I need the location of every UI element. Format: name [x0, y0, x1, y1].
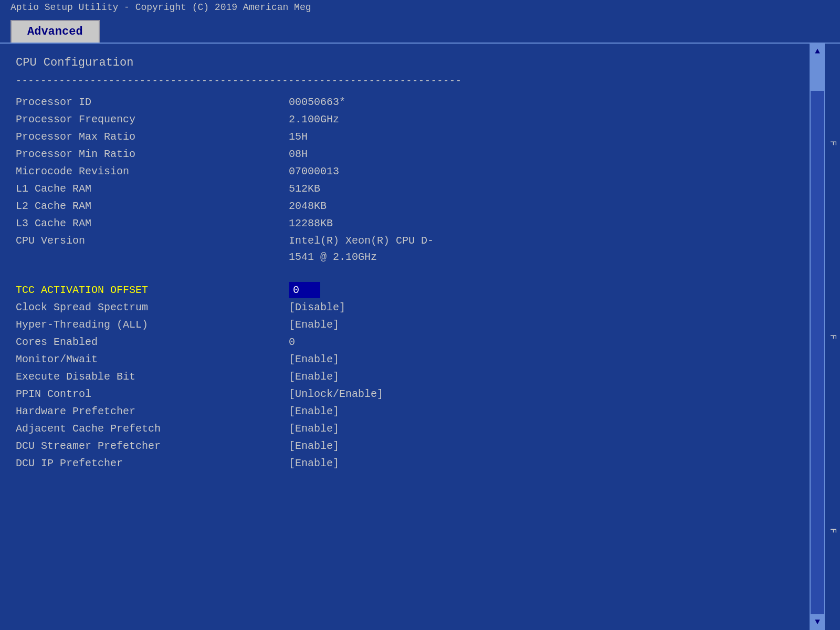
value-hyperthreading: [Enable]	[289, 317, 339, 333]
label-hyperthreading: Hyper-Threading (ALL)	[16, 317, 289, 333]
label-cores: Cores Enabled	[16, 334, 289, 350]
title-text: Aptio Setup Utility - Copyright (C) 2019…	[10, 2, 311, 13]
value-microcode: 07000013	[289, 163, 339, 180]
main-content: CPU Configuration ----------------------…	[0, 44, 840, 630]
value-adjacent: [Enable]	[289, 421, 339, 437]
right-panel-item-1: F	[828, 141, 837, 146]
value-hardware: [Enable]	[289, 403, 339, 419]
label-execute: Execute Disable Bit	[16, 369, 289, 385]
right-panel-item-3: F	[828, 528, 837, 533]
info-row-l3: L3 Cache RAM 12288KB	[16, 215, 794, 232]
info-row-processor-freq: Processor Frequency 2.100GHz	[16, 111, 794, 128]
setting-row-adjacent[interactable]: Adjacent Cache Prefetch [Enable]	[16, 421, 794, 437]
label-processor-min: Processor Min Ratio	[16, 146, 289, 162]
value-monitor: [Enable]	[289, 351, 339, 368]
value-l3: 12288KB	[289, 215, 333, 232]
tab-bar: Advanced	[0, 15, 840, 44]
setting-row-tcc[interactable]: TCC ACTIVATION OFFSET 0	[16, 282, 794, 298]
tab-advanced[interactable]: Advanced	[10, 20, 100, 43]
info-row-processor-max: Processor Max Ratio 15H	[16, 129, 794, 145]
label-adjacent: Adjacent Cache Prefetch	[16, 421, 289, 437]
info-row-processor-min: Processor Min Ratio 08H	[16, 146, 794, 162]
value-execute: [Enable]	[289, 369, 339, 385]
value-tcc: 0	[289, 282, 320, 298]
right-panel: F F F	[824, 44, 840, 630]
label-clock: Clock Spread Spectrum	[16, 299, 289, 316]
setting-row-dcu-ip[interactable]: DCU IP Prefetcher [Enable]	[16, 455, 794, 471]
value-dcu-ip: [Enable]	[289, 455, 339, 471]
label-tcc: TCC ACTIVATION OFFSET	[16, 282, 289, 298]
title-bar: Aptio Setup Utility - Copyright (C) 2019…	[0, 0, 840, 15]
label-processor-freq: Processor Frequency	[16, 111, 289, 128]
value-l1: 512KB	[289, 181, 320, 197]
label-dcu-ip: DCU IP Prefetcher	[16, 455, 289, 471]
tcc-value-selected: 0	[289, 282, 320, 298]
value-processor-max: 15H	[289, 129, 308, 145]
value-processor-freq: 2.100GHz	[289, 111, 339, 128]
scrollbar: ▲ ▼	[810, 44, 824, 630]
value-cpu-version: Intel(R) Xeon(R) CPU D- 1541 @ 2.10GHz	[289, 233, 434, 265]
info-row-microcode: Microcode Revision 07000013	[16, 163, 794, 180]
scroll-thumb[interactable]	[811, 59, 824, 91]
setting-row-dcu-streamer[interactable]: DCU Streamer Prefetcher [Enable]	[16, 438, 794, 454]
setting-row-clock[interactable]: Clock Spread Spectrum [Disable]	[16, 299, 794, 316]
setting-row-cores[interactable]: Cores Enabled 0	[16, 334, 794, 350]
setting-row-hyperthreading[interactable]: Hyper-Threading (ALL) [Enable]	[16, 317, 794, 333]
value-dcu-streamer: [Enable]	[289, 438, 339, 454]
setting-row-ppin[interactable]: PPIN Control [Unlock/Enable]	[16, 386, 794, 402]
label-microcode: Microcode Revision	[16, 163, 289, 180]
label-l1: L1 Cache RAM	[16, 181, 289, 197]
value-clock: [Disable]	[289, 299, 345, 316]
value-processor-min: 08H	[289, 146, 308, 162]
bios-container: Aptio Setup Utility - Copyright (C) 2019…	[0, 0, 840, 630]
label-ppin: PPIN Control	[16, 386, 289, 402]
value-cores: 0	[289, 334, 295, 350]
label-cpu-version: CPU Version	[16, 233, 289, 249]
section-title: CPU Configuration	[16, 54, 794, 72]
info-row-l1: L1 Cache RAM 512KB	[16, 181, 794, 197]
content-area: CPU Configuration ----------------------…	[0, 44, 810, 630]
right-panel-item-2: F	[828, 334, 837, 340]
info-row-cpu-version: CPU Version Intel(R) Xeon(R) CPU D- 1541…	[16, 233, 794, 265]
scroll-down-button[interactable]: ▼	[811, 614, 824, 630]
label-monitor: Monitor/Mwait	[16, 351, 289, 368]
setting-row-execute[interactable]: Execute Disable Bit [Enable]	[16, 369, 794, 385]
setting-row-hardware[interactable]: Hardware Prefetcher [Enable]	[16, 403, 794, 419]
label-processor-max: Processor Max Ratio	[16, 129, 289, 145]
label-dcu-streamer: DCU Streamer Prefetcher	[16, 438, 289, 454]
label-l3: L3 Cache RAM	[16, 215, 289, 232]
label-l2: L2 Cache RAM	[16, 198, 289, 214]
value-processor-id: 00050663*	[289, 94, 345, 110]
info-row-l2: L2 Cache RAM 2048KB	[16, 198, 794, 214]
value-l2: 2048KB	[289, 198, 327, 214]
setting-row-monitor[interactable]: Monitor/Mwait [Enable]	[16, 351, 794, 368]
scroll-track	[811, 59, 824, 614]
value-ppin: [Unlock/Enable]	[289, 386, 383, 402]
section-divider: ----------------------------------------…	[16, 74, 794, 89]
label-processor-id: Processor ID	[16, 94, 289, 110]
label-hardware: Hardware Prefetcher	[16, 403, 289, 419]
scroll-up-button[interactable]: ▲	[811, 44, 824, 59]
info-row-processor-id: Processor ID 00050663*	[16, 94, 794, 110]
